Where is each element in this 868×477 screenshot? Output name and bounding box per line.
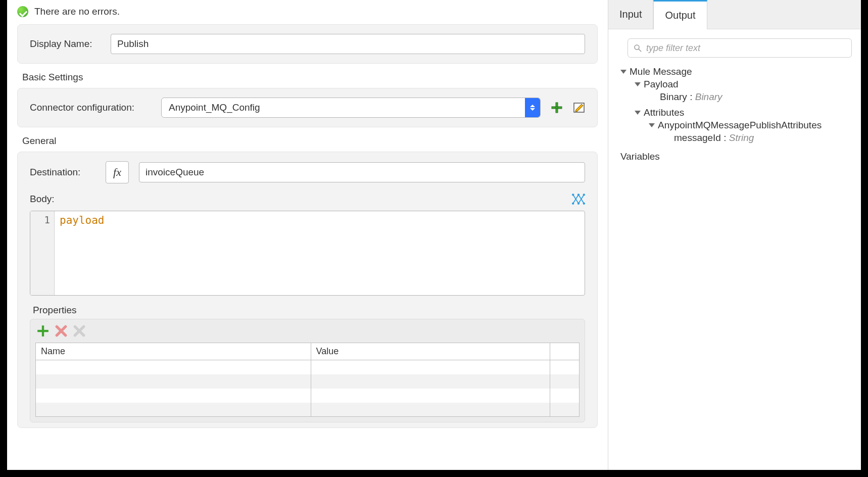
destination-label: Destination:: [30, 167, 95, 178]
properties-box: Name Value: [30, 319, 585, 422]
table-row[interactable]: [36, 403, 580, 417]
tree-node-payload[interactable]: Payload Binary : Binary: [635, 77, 856, 106]
tree-node-attributes[interactable]: Attributes AnypointMQMessagePublishAttri…: [635, 106, 856, 148]
connector-config-select[interactable]: Anypoint_MQ_Config: [161, 98, 541, 118]
expand-arrow-icon: [649, 123, 655, 127]
search-icon: [633, 43, 642, 53]
add-config-button[interactable]: [551, 102, 563, 114]
editor-gutter: 1: [30, 211, 55, 295]
config-panel: There are no errors. Display Name: Basic…: [7, 0, 608, 470]
connector-config-label: Connector configuration:: [30, 102, 151, 113]
general-section: Destination: fx Body: 1 payload Properti…: [17, 152, 598, 428]
properties-heading: Properties: [33, 305, 585, 316]
checkmark-icon: [17, 6, 28, 17]
svg-rect-1: [552, 107, 562, 109]
display-name-input[interactable]: [111, 34, 585, 54]
connector-config-value: Anypoint_MQ_Config: [162, 98, 525, 117]
general-heading: General: [22, 135, 608, 147]
remove-property-disabled-button: [73, 324, 86, 338]
add-property-button[interactable]: [36, 324, 50, 338]
svg-rect-12: [37, 330, 49, 332]
tree-leaf-binary[interactable]: Binary : Binary: [649, 90, 856, 104]
tree-leaf-message-id[interactable]: messageId : String: [663, 131, 856, 145]
table-row[interactable]: [36, 374, 580, 389]
filter-container: [628, 38, 852, 58]
tab-output[interactable]: Output: [653, 0, 707, 29]
edit-config-button[interactable]: [573, 102, 585, 114]
svg-line-14: [639, 49, 641, 52]
body-label: Body:: [30, 194, 101, 205]
fx-toggle-button[interactable]: fx: [106, 161, 129, 183]
expand-arrow-icon: [635, 111, 641, 115]
svg-point-5: [572, 194, 574, 196]
basic-settings-section: Connector configuration: Anypoint_MQ_Con…: [17, 88, 598, 127]
filter-input[interactable]: [646, 43, 846, 54]
dataweave-icon[interactable]: [572, 193, 585, 206]
output-tree[interactable]: Mule Message Payload Binary : Binary Att…: [608, 63, 861, 164]
body-editor[interactable]: 1 payload: [30, 211, 585, 296]
validation-status: There are no errors.: [7, 2, 608, 24]
validation-message: There are no errors.: [34, 6, 120, 17]
tree-node-attr-class[interactable]: AnypointMQMessagePublishAttributes messa…: [649, 118, 856, 147]
svg-point-13: [635, 45, 639, 50]
tree-node-variables[interactable]: Variables: [620, 150, 856, 164]
metadata-panel: Input Output Mule Message Payload Binary…: [608, 0, 861, 470]
display-name-label: Display Name:: [30, 38, 101, 50]
body-content[interactable]: payload: [55, 211, 585, 295]
expand-arrow-icon: [635, 82, 641, 86]
col-value-header: Value: [311, 343, 550, 360]
col-name-header: Name: [36, 343, 311, 360]
table-row[interactable]: [36, 389, 580, 403]
svg-point-6: [577, 194, 580, 196]
properties-table[interactable]: Name Value: [35, 343, 580, 417]
svg-point-7: [583, 194, 585, 196]
destination-input[interactable]: [139, 162, 585, 182]
tab-input[interactable]: Input: [608, 0, 653, 29]
col-spare-header: [550, 343, 580, 360]
expand-arrow-icon: [620, 70, 626, 74]
table-row[interactable]: [36, 360, 580, 374]
properties-toolbar: [35, 323, 580, 343]
io-tabs: Input Output: [608, 0, 861, 29]
select-arrows-icon: [525, 98, 540, 117]
remove-property-button[interactable]: [55, 324, 68, 338]
tree-node-mule-message[interactable]: Mule Message Payload Binary : Binary Att…: [620, 65, 856, 150]
basic-settings-heading: Basic Settings: [22, 72, 608, 83]
svg-point-10: [583, 203, 585, 205]
display-name-section: Display Name:: [17, 24, 598, 64]
svg-point-9: [577, 203, 580, 205]
svg-point-8: [572, 203, 574, 205]
line-number: 1: [30, 214, 50, 225]
